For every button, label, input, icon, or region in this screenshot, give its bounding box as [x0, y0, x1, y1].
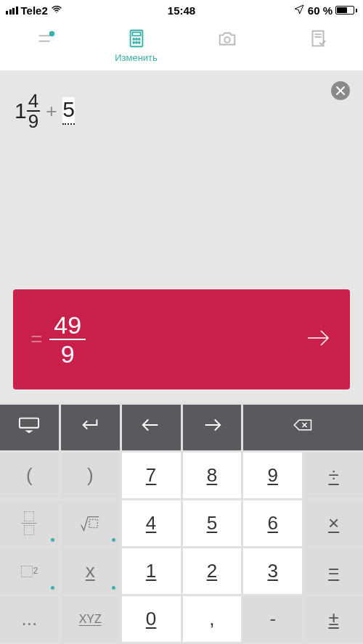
- svg-point-8: [133, 42, 134, 44]
- key-comma[interactable]: ,: [183, 596, 242, 642]
- carrier-label: Tele2: [21, 4, 48, 17]
- key-left[interactable]: [122, 405, 181, 450]
- denominator: 9: [27, 112, 40, 131]
- key-0[interactable]: 0: [122, 596, 181, 642]
- notes-icon: [307, 28, 329, 49]
- menu-icon: [35, 28, 57, 49]
- svg-point-2: [49, 31, 54, 37]
- mode-tabs: Изменить: [0, 20, 363, 71]
- key-7[interactable]: 7: [122, 453, 181, 498]
- mixed-number: 1 4 9: [15, 91, 40, 131]
- whole-part: 1: [15, 99, 27, 123]
- result-card[interactable]: = 49 9: [13, 289, 350, 389]
- svg-point-11: [224, 37, 230, 43]
- key-3[interactable]: 3: [243, 548, 302, 594]
- key-paren-close[interactable]: ): [61, 453, 120, 498]
- operator-plus: +: [46, 100, 57, 123]
- key-1[interactable]: 1: [122, 548, 181, 594]
- key-paren-open[interactable]: (: [0, 453, 59, 498]
- tab-camera[interactable]: [182, 28, 272, 49]
- key-enter[interactable]: [61, 405, 120, 450]
- tab-calculator[interactable]: Изменить: [91, 28, 182, 63]
- battery-icon: [335, 6, 357, 15]
- key-hide-keyboard[interactable]: [0, 405, 59, 450]
- clear-button[interactable]: [331, 81, 350, 100]
- result-numerator: 49: [49, 311, 86, 340]
- key-right[interactable]: [183, 405, 242, 450]
- svg-point-5: [133, 38, 134, 40]
- status-time: 15:48: [168, 4, 195, 17]
- status-right: 60 %: [293, 4, 357, 17]
- expression-input[interactable]: 1 4 9 + 5: [0, 71, 363, 138]
- show-steps-button[interactable]: [303, 323, 333, 355]
- enter-icon: [79, 416, 101, 439]
- svg-point-7: [138, 38, 139, 40]
- keyboard: ( ) 7 8 9 ÷ 4 5 6 × 2 x 1 2 3 = ... XYZ …: [0, 402, 363, 644]
- key-variable-x[interactable]: x: [61, 548, 120, 594]
- key-plusminus[interactable]: ±: [304, 596, 363, 642]
- keyboard-hide-icon: [18, 416, 40, 439]
- power-icon: 2: [21, 566, 38, 577]
- signal-icon: [6, 7, 18, 15]
- fraction: 4 9: [27, 91, 40, 131]
- svg-rect-4: [132, 33, 140, 36]
- status-bar: Tele2 15:48 60 %: [0, 0, 363, 20]
- camera-icon: [216, 28, 238, 49]
- fraction-icon: [21, 511, 37, 535]
- sqrt-icon: [79, 514, 101, 533]
- key-5[interactable]: 5: [183, 500, 242, 546]
- key-divide[interactable]: ÷: [304, 453, 363, 498]
- key-4[interactable]: 4: [122, 500, 181, 546]
- calculator-icon: [126, 28, 147, 49]
- battery-percent: 60 %: [308, 4, 333, 17]
- svg-point-10: [138, 42, 139, 44]
- key-6[interactable]: 6: [243, 500, 302, 546]
- key-minus[interactable]: -: [243, 596, 302, 642]
- key-power[interactable]: 2: [0, 548, 59, 594]
- tab-menu[interactable]: [0, 28, 91, 49]
- arrow-left-icon: [140, 416, 162, 439]
- key-fraction[interactable]: [0, 500, 59, 546]
- location-icon: [293, 4, 305, 17]
- result-denominator: 9: [57, 340, 79, 368]
- key-9[interactable]: 9: [243, 453, 302, 498]
- key-equals[interactable]: =: [304, 548, 363, 594]
- key-8[interactable]: 8: [183, 453, 242, 498]
- result-fraction: 49 9: [49, 311, 86, 368]
- key-2[interactable]: 2: [183, 548, 242, 594]
- arrow-right-icon: [201, 416, 223, 439]
- key-backspace[interactable]: [243, 405, 363, 450]
- status-left: Tele2: [6, 4, 62, 17]
- svg-point-6: [136, 38, 137, 40]
- svg-point-9: [136, 42, 137, 44]
- rhs-literal: 5: [62, 97, 75, 125]
- key-sqrt[interactable]: [61, 500, 120, 546]
- backspace-icon: [293, 416, 314, 439]
- result-expression: = 49 9: [30, 311, 86, 368]
- svg-rect-16: [89, 519, 97, 527]
- key-xyz[interactable]: XYZ: [61, 596, 120, 642]
- wifi-icon: [51, 4, 62, 17]
- tab-calculator-label: Изменить: [115, 52, 158, 63]
- key-multiply[interactable]: ×: [304, 500, 363, 546]
- tab-notes[interactable]: [272, 28, 363, 49]
- numerator: 4: [27, 91, 40, 112]
- key-more[interactable]: ...: [0, 596, 59, 642]
- equals-sign: =: [30, 328, 42, 351]
- problem-area: 1 4 9 + 5 = 49 9: [0, 71, 363, 402]
- svg-rect-15: [20, 418, 38, 428]
